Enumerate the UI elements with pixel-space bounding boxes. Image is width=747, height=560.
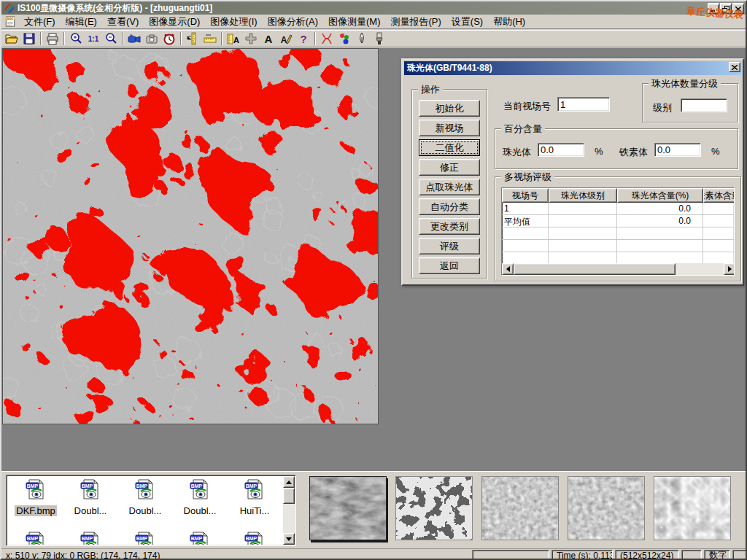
menu-item[interactable]: 查看(V) xyxy=(102,14,144,30)
save-button[interactable] xyxy=(20,31,38,47)
ruler-button[interactable] xyxy=(201,31,219,47)
operation-button[interactable]: 点取珠光体 xyxy=(419,179,480,195)
file-item[interactable]: BMPDoubl... xyxy=(173,478,227,517)
vertical-caliper-icon xyxy=(185,31,200,46)
file-item[interactable]: BMPHuiTi... xyxy=(228,478,282,517)
scroll-left-button[interactable] xyxy=(502,263,514,275)
menu-item[interactable]: 设置(S) xyxy=(446,14,488,30)
file-item[interactable]: BMP xyxy=(173,530,227,545)
processing-time: Time (s): 0.113 xyxy=(551,550,613,560)
file-item[interactable]: BMP xyxy=(118,530,172,545)
file-name[interactable]: Doubl... xyxy=(128,505,163,516)
menu-item[interactable]: 图像显示(D) xyxy=(144,14,205,30)
toolbar: 1:1AAA? xyxy=(1,30,746,47)
status-cell-empty xyxy=(681,550,702,560)
bmp-file-icon: BMP xyxy=(133,530,157,545)
table-horizontal-scrollbar[interactable] xyxy=(502,263,735,275)
menu-item[interactable]: 图像测量(M) xyxy=(323,14,386,30)
dialog-title-bar[interactable]: 珠光体(GB/T9441-88) xyxy=(404,61,741,75)
file-item[interactable]: BMPDoubl... xyxy=(63,478,117,517)
binarized-micrograph[interactable] xyxy=(3,49,378,424)
operation-button[interactable]: 自动分类 xyxy=(419,198,480,215)
menu-item[interactable]: 测量报告(P) xyxy=(385,14,446,30)
scroll-down-button[interactable] xyxy=(283,533,295,545)
operation-button[interactable]: 评级 xyxy=(419,238,480,254)
cross-marker-button[interactable] xyxy=(242,31,260,47)
menu-item[interactable]: 图像分析(A) xyxy=(263,14,323,30)
table-row[interactable]: 10.0 xyxy=(502,203,734,215)
camera-icon xyxy=(144,31,159,46)
table-row[interactable] xyxy=(502,228,734,240)
svg-text:BMP: BMP xyxy=(136,536,148,541)
bmp-file-icon: BMP xyxy=(243,478,266,501)
file-item[interactable]: BMPDKF.bmp xyxy=(9,478,63,517)
menu-item[interactable]: 文件(F) xyxy=(19,14,61,30)
dialog-close-button[interactable] xyxy=(729,62,740,72)
operation-button[interactable]: 更改类别 xyxy=(419,218,480,235)
pen-tool-button[interactable] xyxy=(353,31,371,47)
image-dimensions: (512x512x24) xyxy=(615,550,679,560)
file-name[interactable]: DKF.bmp xyxy=(15,505,56,516)
vertical-caliper-button[interactable] xyxy=(184,31,201,47)
table-column-header[interactable]: 珠光体级别 xyxy=(549,188,617,203)
file-item[interactable]: BMP xyxy=(228,530,282,545)
scroll-up-button[interactable] xyxy=(283,476,295,488)
operation-button[interactable]: 初始化 xyxy=(419,100,480,117)
operation-button[interactable]: 二值化 xyxy=(419,139,480,156)
image-thumbnail[interactable] xyxy=(309,476,387,540)
timer-button[interactable] xyxy=(160,31,178,47)
zoom-in-button[interactable] xyxy=(67,31,85,47)
measure-text-button[interactable]: A xyxy=(225,31,242,47)
annotate-button[interactable]: A xyxy=(277,31,295,47)
file-item[interactable]: BMP xyxy=(9,530,63,545)
operation-button[interactable]: 修正 xyxy=(419,159,480,176)
micrograph-image[interactable] xyxy=(2,48,379,424)
scrollbar-track[interactable] xyxy=(676,263,724,275)
svg-text:A: A xyxy=(281,35,287,45)
zoom-out-icon xyxy=(104,31,118,46)
text-label-button[interactable]: A xyxy=(260,31,277,47)
file-name[interactable]: Doubl... xyxy=(73,505,109,516)
brush-tool-button[interactable] xyxy=(371,31,388,47)
file-list: BMPDKF.bmpBMPDoubl...BMPDoubl...BMPDoubl… xyxy=(6,475,296,546)
image-thumbnail[interactable] xyxy=(568,476,645,540)
print-button[interactable] xyxy=(44,31,61,47)
menu-item[interactable]: 编辑(E) xyxy=(61,14,102,30)
scrollbar-thumb[interactable] xyxy=(283,488,295,504)
open-folder-button[interactable] xyxy=(3,31,20,47)
zoom-out-button[interactable] xyxy=(102,31,120,47)
table-row[interactable] xyxy=(502,240,734,252)
svg-text:1:1: 1:1 xyxy=(88,35,99,43)
actual-size-button[interactable]: 1:1 xyxy=(85,31,102,47)
curve-tool-button[interactable] xyxy=(318,31,336,47)
operation-button[interactable]: 返回 xyxy=(419,257,480,274)
toolbar-separator xyxy=(314,32,316,45)
table-column-header[interactable]: 铁素体含量(%) xyxy=(703,188,735,203)
image-thumbnail[interactable] xyxy=(481,476,559,540)
video-camera-icon xyxy=(127,31,142,46)
current-field-input[interactable] xyxy=(557,97,610,112)
help-button[interactable]: ? xyxy=(295,31,312,47)
particle-tool-button[interactable] xyxy=(336,31,353,47)
file-name[interactable]: Doubl... xyxy=(182,505,218,516)
file-item[interactable]: BMPDoubl... xyxy=(118,478,172,517)
grade-input[interactable] xyxy=(681,98,727,112)
table-column-header[interactable]: 视场号 xyxy=(502,188,549,203)
file-name[interactable]: HuiTi... xyxy=(239,505,271,516)
menu-item[interactable]: 图像处理(I) xyxy=(205,14,262,30)
scrollbar-thumb[interactable] xyxy=(514,263,676,275)
operation-button[interactable]: 新视场 xyxy=(419,120,480,136)
file-item[interactable]: BMP xyxy=(63,530,117,545)
document-icon[interactable]: DOC xyxy=(4,15,17,28)
table-column-header[interactable]: 珠光体含量(%) xyxy=(617,188,703,203)
image-thumbnail[interactable] xyxy=(395,476,473,540)
menu-item[interactable]: 帮助(H) xyxy=(488,14,530,30)
video-camera-button[interactable] xyxy=(125,31,143,47)
pearlite-percent-input[interactable] xyxy=(538,143,584,157)
table-row[interactable]: 平均值0.0 xyxy=(502,215,734,228)
scroll-right-button[interactable] xyxy=(724,263,735,275)
file-list-scrollbar[interactable] xyxy=(283,476,295,545)
camera-button[interactable] xyxy=(143,31,160,47)
ferrite-percent-input[interactable] xyxy=(654,143,701,157)
image-thumbnail[interactable] xyxy=(654,476,731,540)
